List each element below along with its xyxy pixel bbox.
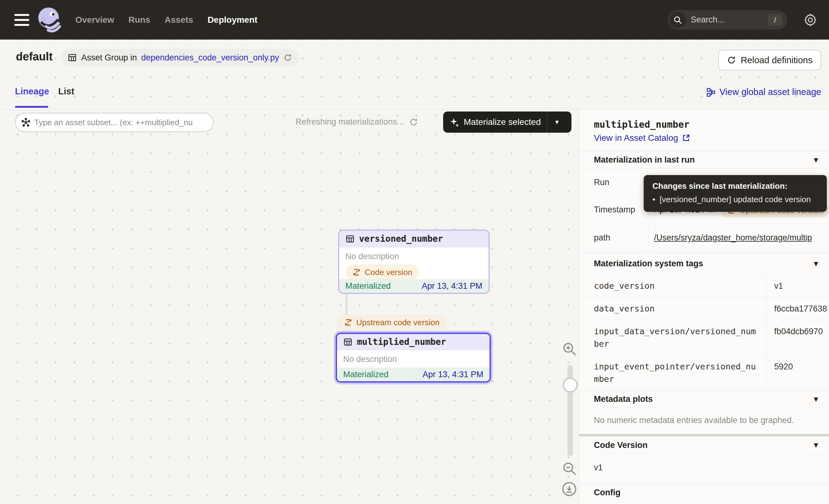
asset-node-multiplied-number[interactable]: multiplied_number No description Materia… (336, 333, 491, 383)
asset-description: No description (346, 252, 482, 261)
chevron-down-icon[interactable]: ▼ (812, 156, 820, 165)
view-global-asset-lineage-label: View global asset lineage (719, 87, 821, 97)
section-header-last-run[interactable]: Materialization in last run ▼ (579, 151, 829, 169)
table-grid-icon (68, 53, 77, 62)
section-header-code-version[interactable]: Code Version ▼ (579, 436, 829, 454)
tag-key: input_data_version/versioned_number (579, 320, 766, 355)
section-divider (579, 434, 829, 436)
code-version-warning-icon (352, 268, 361, 277)
table-row: input_data_version/versioned_number fb04… (579, 320, 829, 355)
materialized-timestamp[interactable]: Apr 13, 4:31 PM (423, 370, 483, 380)
section-header-metadata-plots[interactable]: Metadata plots ▼ (579, 390, 829, 408)
external-link-icon (682, 134, 690, 142)
asset-node-header: multiplied_number (337, 334, 490, 350)
asset-name: multiplied_number (357, 337, 446, 347)
page-title: default (16, 50, 52, 63)
asset-graph-filter-icon (21, 118, 31, 127)
search-shortcut-badge: / (768, 14, 782, 26)
table-row: code_version v1 (579, 275, 829, 297)
search-placeholder: Search... (691, 15, 724, 25)
asset-group-label: Asset Group in (81, 53, 137, 63)
tooltip-title: Changes since last materialization: (652, 181, 818, 191)
row-label: path (579, 224, 648, 253)
asset-node-footer: Materialized Apr 13, 4:31 PM (339, 279, 489, 293)
materialized-timestamp[interactable]: Apr 13, 4:31 PM (422, 281, 482, 291)
table-row-path: path /Users/sryza/dagster_home/storage/m… (579, 224, 829, 253)
zoom-in-icon[interactable] (562, 341, 577, 356)
view-in-asset-catalog-link[interactable]: View in Asset Catalog (594, 133, 690, 143)
code-version-tag[interactable]: Code version (346, 264, 419, 280)
nav-item-runs[interactable]: Runs (129, 15, 150, 25)
materialized-status: Materialized (343, 370, 389, 380)
page-header: default Asset Group in dependencies_code… (0, 40, 829, 79)
tag-value: v1 (766, 275, 829, 297)
dagster-logo-icon[interactable] (37, 6, 61, 34)
tab-lineage[interactable]: Lineage (15, 86, 49, 97)
asset-group-file-link[interactable]: dependencies_code_version_only.py (141, 53, 279, 63)
table-grid-icon (343, 337, 353, 347)
table-grid-icon (346, 234, 355, 244)
table-row: input_event_pointer/versioned_number 592… (579, 355, 829, 390)
row-label: Run (579, 169, 648, 196)
path-link[interactable]: /Users/sryza/dagster_home/storage/multip (654, 233, 812, 243)
section-header-label: Metadata plots (594, 394, 653, 404)
asset-subset-input[interactable]: Type an asset subset... (ex: ++multiplie… (15, 113, 214, 132)
nav-item-overview[interactable]: Overview (75, 15, 114, 25)
upstream-code-version-label: Upstream code version (356, 318, 439, 327)
zoom-out-icon[interactable] (562, 461, 577, 476)
materialize-selected-label: Materialize selected (464, 117, 541, 127)
metadata-plots-empty-message: No numeric metadata entries available to… (579, 408, 829, 434)
tag-value: 5920 (766, 355, 829, 390)
dagster-app: Overview Runs Assets Deployment Search..… (0, 0, 829, 504)
chevron-down-icon[interactable]: ▼ (812, 395, 820, 404)
asset-group-badge: Asset Group in dependencies_code_version… (61, 49, 299, 66)
settings-gear-icon[interactable] (803, 12, 818, 27)
download-image-icon[interactable] (562, 481, 577, 497)
refreshing-label: Refreshing materializations... (295, 117, 404, 127)
reload-icon (727, 56, 736, 65)
asset-node-versioned-number[interactable]: versioned_number No description Code ver… (338, 229, 490, 294)
section-header-label: Config (594, 488, 620, 498)
top-nav: Overview Runs Assets Deployment Search..… (0, 0, 829, 40)
asset-subset-placeholder: Type an asset subset... (ex: ++multiplie… (34, 118, 193, 128)
code-version-tag-label: Code version (365, 267, 412, 277)
sidebar-asset-title: multiplied_number (594, 119, 829, 130)
lineage-graph-icon (706, 87, 716, 97)
asset-node-footer: Materialized Apr 13, 4:31 PM (337, 367, 490, 381)
refresh-icon[interactable] (409, 117, 418, 127)
section-header-label: Materialization system tags (594, 259, 703, 268)
bullet: • (652, 195, 655, 204)
reload-definitions-button[interactable]: Reload definitions (718, 50, 821, 70)
tag-key: input_event_pointer/versioned_number (579, 355, 766, 390)
section-header-label: Code Version (594, 440, 648, 450)
asset-node-header: versioned_number (339, 230, 489, 247)
section-header-system-tags[interactable]: Materialization system tags ▼ (579, 253, 829, 275)
reload-definitions-label: Reload definitions (741, 55, 813, 65)
tag-value: f6ccba177638 (766, 297, 829, 320)
asset-graph-canvas[interactable]: Type an asset subset... (ex: ++multiplie… (0, 110, 579, 504)
materialize-dropdown-caret[interactable]: ▾ (547, 118, 567, 126)
nav-item-assets[interactable]: Assets (165, 15, 193, 25)
changes-tooltip: Changes since last materialization: • [v… (644, 175, 827, 212)
materialize-selected-button[interactable]: Materialize selected ▾ (443, 111, 572, 133)
nav-item-deployment[interactable]: Deployment (207, 15, 257, 25)
chevron-down-icon[interactable]: ▼ (812, 441, 820, 449)
section-header-label: Materialization in last run (594, 155, 695, 165)
upstream-code-version-tag[interactable]: Upstream code version (336, 315, 447, 330)
chevron-down-icon[interactable]: ▼ (812, 259, 820, 268)
search-icon (670, 12, 686, 28)
tab-list[interactable]: List (58, 86, 74, 97)
search-input[interactable]: Search... / (668, 10, 787, 30)
tag-key: code_version (579, 275, 766, 297)
zoom-slider-handle[interactable] (563, 377, 578, 393)
refresh-icon[interactable] (283, 53, 292, 62)
view-global-asset-lineage-link[interactable]: View global asset lineage (706, 87, 821, 97)
section-header-config[interactable]: Config (579, 484, 829, 501)
nav-links: Overview Runs Assets Deployment (75, 15, 257, 25)
sidebar-intro: multiplied_number View in Asset Catalog (579, 110, 829, 151)
menu-icon[interactable] (14, 14, 29, 26)
asset-description: No description (343, 355, 483, 364)
view-in-asset-catalog-label: View in Asset Catalog (594, 133, 678, 143)
asset-name: versioned_number (359, 233, 443, 244)
row-label: Timestamp (579, 196, 648, 224)
